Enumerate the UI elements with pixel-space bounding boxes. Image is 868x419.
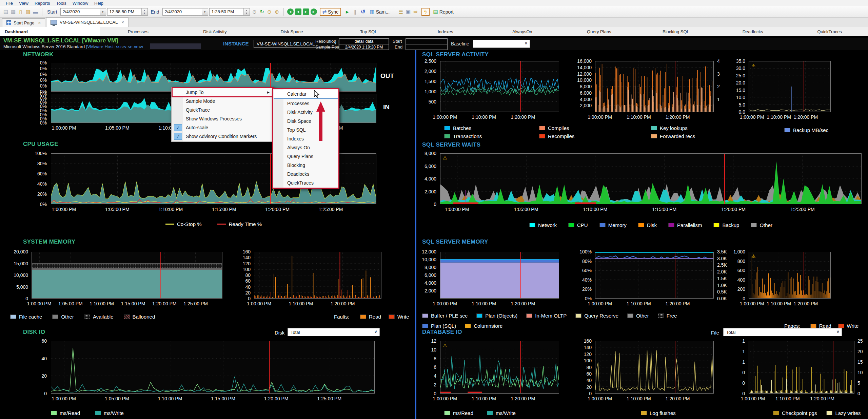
baseline-combo[interactable]: ∨ (473, 40, 530, 48)
print-icon[interactable]: ▦ (9, 8, 17, 16)
disk-io-chart[interactable] (51, 341, 375, 394)
jump-to-item-always-on[interactable]: Always On (274, 143, 338, 152)
check-icon (275, 162, 283, 169)
menu-window[interactable]: Window (70, 1, 91, 6)
print-preview-icon[interactable]: ▤ (2, 8, 9, 16)
activity-chart-3[interactable]: ⚠ (749, 61, 831, 112)
disk-combo[interactable]: Total ∨ (288, 328, 380, 336)
play-button[interactable]: ► (343, 8, 351, 16)
database-io-legend-3: Checkpoint pgsLazy writes (773, 410, 861, 416)
start-time-spinner[interactable]: 12:58:50 PM ▴▾ (107, 8, 148, 16)
export-icon[interactable]: ⇨ (412, 8, 419, 16)
legend-label: ms/Write (496, 410, 516, 416)
tick-label: 1:00:00 PM (433, 396, 457, 401)
jump-to-item-top-sql[interactable]: Top SQL (274, 126, 338, 134)
chevron-down-icon[interactable]: ▾ (100, 8, 106, 15)
close-icon[interactable]: × (38, 20, 41, 25)
nav-alwayson[interactable]: AlwaysOn (484, 27, 561, 36)
jump-forward-icon[interactable]: ► (311, 8, 317, 15)
nav-processes[interactable]: Processes (100, 27, 177, 36)
context-menu-item-quicktrace[interactable]: QuickTrace (172, 106, 273, 114)
database-io-chart-1[interactable]: ⚠ (440, 341, 559, 394)
nav-blocking-sql[interactable]: Blocking SQL (637, 27, 714, 36)
report-button[interactable]: ▤ Report (432, 8, 455, 16)
close-icon[interactable]: × (121, 20, 124, 25)
jump-to-item-disk-activity[interactable]: Disk Activity (274, 108, 338, 117)
save-icon[interactable]: ▬ (32, 8, 39, 16)
resolution-field[interactable]: detail data (339, 38, 389, 44)
sync-button[interactable]: ⇄ Sync (320, 8, 341, 16)
zoom-in-icon[interactable]: ⊕ (273, 8, 281, 16)
menu-reports[interactable]: Reports (32, 1, 53, 6)
tab-server[interactable]: VM-SE-WINSQL1.SE.LOCAL × (46, 17, 129, 27)
refresh-icon[interactable]: ↻ (258, 8, 266, 16)
pause-button[interactable]: ∥ (352, 8, 358, 16)
file-combo[interactable]: Total ∨ (723, 328, 842, 336)
sample-pos-label: Sample Pos (315, 44, 339, 50)
tab-start-page[interactable]: Start Page × (2, 18, 45, 27)
start-date-combo[interactable]: 2/4/2020 ▾ (60, 8, 106, 16)
context-menu-item-jump-to[interactable]: Jump To▶ (172, 88, 273, 97)
nav-disk-activity[interactable]: Disk Activity (177, 27, 254, 36)
sql-memory-chart-1[interactable] (440, 252, 559, 299)
legend-swatch (526, 313, 532, 318)
jump-to-item-query-plans[interactable]: Query Plans (274, 152, 338, 161)
context-menu-item-auto-scale[interactable]: ✓Auto-scale (172, 123, 273, 132)
jump-to-item-indexes[interactable]: Indexes (274, 134, 338, 143)
nav-query-plans[interactable]: Query Plans (561, 27, 638, 36)
spinner-icon[interactable]: ▴▾ (141, 8, 147, 15)
nav-top-sql[interactable]: Top SQL (330, 27, 407, 36)
context-menu-item-show-advisory-condition-markers[interactable]: ✓Show Advisory Condition Markers (172, 132, 273, 141)
goto-icon[interactable]: ☰ (397, 8, 405, 16)
quicktrace-button[interactable]: ϟ (421, 8, 429, 16)
sql-memory-chart-2[interactable] (595, 252, 714, 299)
nav-disk-space[interactable]: Disk Space (253, 27, 330, 36)
context-menu-item-show-windows-processes[interactable]: Show Windows Processes (172, 114, 273, 123)
new-file-icon[interactable]: ▯ (17, 8, 24, 16)
nav-dashboard[interactable]: Dashboard (0, 27, 100, 36)
jump-to-item-quicktraces[interactable]: QuickTraces (274, 178, 338, 187)
end-date-combo[interactable]: 2/4/2020 ▾ (162, 8, 208, 16)
activity-chart-2[interactable] (595, 61, 714, 112)
open-file-icon[interactable]: ▨ (24, 8, 32, 16)
sql-memory-chart-3[interactable]: ⚠ (749, 252, 831, 299)
jump-to-item-processes[interactable]: Processes (274, 99, 338, 108)
jump-to-item-blocking[interactable]: Blocking (274, 161, 338, 170)
step-back-icon[interactable]: ◄ (295, 8, 301, 15)
copy-icon[interactable]: ▣ (405, 8, 412, 16)
page-faults-chart[interactable] (254, 252, 381, 299)
menu-file[interactable]: File (3, 1, 16, 6)
menu-help[interactable]: Help (91, 1, 106, 6)
jump-to-item-deadlocks[interactable]: Deadlocks (274, 170, 338, 178)
spinner-icon[interactable]: ▴▾ (243, 8, 250, 15)
menu-view[interactable]: View (16, 1, 32, 6)
context-menu-item-sample-mode[interactable]: Sample Mode (172, 97, 273, 106)
nav-indexes[interactable]: Indexes (407, 27, 484, 36)
sample-pos-field[interactable]: 2/4/2020 1:19:20 PM (339, 44, 389, 50)
database-io-chart-2[interactable] (595, 341, 714, 394)
start-field[interactable] (406, 38, 448, 44)
tick-label: 1:20:00 PM (511, 301, 535, 306)
y-axis: 111000 (734, 341, 747, 394)
jump-to-item-disk-space[interactable]: Disk Space (274, 117, 338, 126)
end-field[interactable] (406, 44, 448, 50)
menu-tools[interactable]: Tools (53, 1, 69, 6)
chevron-down-icon[interactable]: ▾ (202, 8, 208, 15)
tick-label: 1:00:00 PM (27, 301, 52, 306)
jump-to-item-calendar[interactable]: Calendar (274, 90, 338, 99)
activity-chart-1[interactable] (440, 61, 559, 112)
check-icon (275, 118, 283, 125)
tick-label: 1:00:00 PM (741, 396, 765, 401)
nav-deadlocks[interactable]: Deadlocks (714, 27, 791, 36)
sql-waits-chart[interactable]: ⚠ (440, 153, 862, 204)
step-forward-icon[interactable]: ► (303, 8, 309, 15)
history-clock-icon[interactable]: ⊙ (251, 8, 258, 16)
zoom-out-icon[interactable]: ⊖ (266, 8, 273, 16)
nav-quicktraces[interactable]: QuickTraces (791, 27, 868, 36)
end-time-spinner[interactable]: 1:28:50 PM ▴▾ (209, 8, 250, 16)
sample-mode-button[interactable]: ▥ Sam... (368, 8, 391, 16)
system-memory-chart[interactable] (32, 252, 222, 299)
undo-button[interactable]: ↺ (359, 8, 367, 16)
database-io-chart-3[interactable] (749, 341, 854, 394)
jump-back-icon[interactable]: ◄ (287, 8, 294, 15)
